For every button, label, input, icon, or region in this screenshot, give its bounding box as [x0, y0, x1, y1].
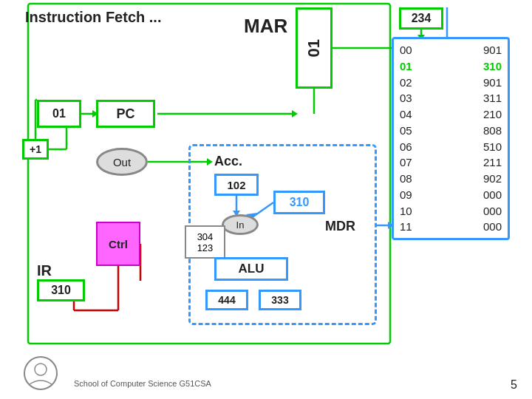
memory-row: 11000: [400, 219, 502, 235]
mdr-label: MDR: [325, 219, 355, 234]
svg-marker-5: [292, 110, 298, 117]
alu-box: ALU: [214, 257, 288, 281]
memory-address: 08: [400, 171, 422, 187]
out-oval: Out: [96, 148, 148, 176]
memory-row: 10000: [400, 203, 502, 219]
ir-label: IR: [37, 262, 52, 279]
val-304-123-box: 304 123: [185, 225, 225, 259]
memory-row: 07211: [400, 154, 502, 171]
val-444-box: 444: [205, 290, 248, 310]
memory-row: 04210: [400, 106, 502, 123]
memory-row: 02901: [400, 75, 502, 91]
mar-value: 01: [304, 39, 324, 57]
memory-value: 311: [472, 90, 502, 106]
memory-address: 01: [400, 58, 422, 75]
memory-address: 00: [400, 42, 422, 58]
memory-address: 05: [400, 123, 422, 139]
address-234-box: 234: [399, 7, 443, 30]
pc-box: PC: [96, 100, 155, 128]
memory-value: 510: [472, 139, 502, 155]
memory-row: 06510: [400, 139, 502, 155]
memory-address: 07: [400, 154, 422, 171]
memory-row: 03311: [400, 90, 502, 106]
school-label: School of Computer Science G51CSA: [74, 379, 211, 388]
memory-row: 05808: [400, 123, 502, 139]
page-number: 5: [511, 378, 517, 392]
ir-310-box: 310: [37, 279, 85, 301]
mar-label: MAR: [244, 15, 287, 38]
memory-value: 901: [472, 75, 502, 91]
memory-address: 02: [400, 75, 422, 91]
page-title: Instruction Fetch ...: [25, 9, 161, 26]
memory-value: 902: [472, 171, 502, 187]
memory-row: 08902: [400, 171, 502, 187]
memory-value: 310: [472, 58, 502, 75]
memory-row: 00901: [400, 42, 502, 58]
val-123: 123: [197, 242, 214, 253]
school-logo: [22, 355, 59, 392]
val-310-blue-box: 310: [273, 191, 325, 214]
ctrl-box: Ctrl: [96, 222, 140, 266]
memory-address: 11: [400, 219, 422, 235]
memory-value: 210: [472, 106, 502, 123]
val-102-box: 102: [214, 174, 259, 196]
memory-row: 09000: [400, 187, 502, 203]
memory-address: 09: [400, 187, 422, 203]
memory-table: 0090101310029010331104210058080651007211…: [392, 37, 510, 240]
memory-address: 06: [400, 139, 422, 155]
memory-value: 808: [472, 123, 502, 139]
memory-value: 000: [472, 187, 502, 203]
pc-value-box: 01: [37, 100, 81, 128]
plus1-box: +1: [22, 139, 49, 160]
val-304: 304: [197, 231, 214, 242]
memory-value: 901: [472, 42, 502, 58]
memory-value: 000: [472, 203, 502, 219]
svg-point-30: [35, 364, 47, 375]
val-333-box: 333: [259, 290, 301, 310]
memory-address: 03: [400, 90, 422, 106]
svg-point-29: [24, 357, 57, 389]
memory-address: 04: [400, 106, 422, 123]
in-oval: In: [222, 214, 259, 235]
memory-value: 000: [472, 219, 502, 235]
memory-address: 10: [400, 203, 422, 219]
memory-row: 01310: [400, 58, 502, 75]
memory-value: 211: [472, 154, 502, 171]
mar-box: 01: [296, 7, 332, 89]
